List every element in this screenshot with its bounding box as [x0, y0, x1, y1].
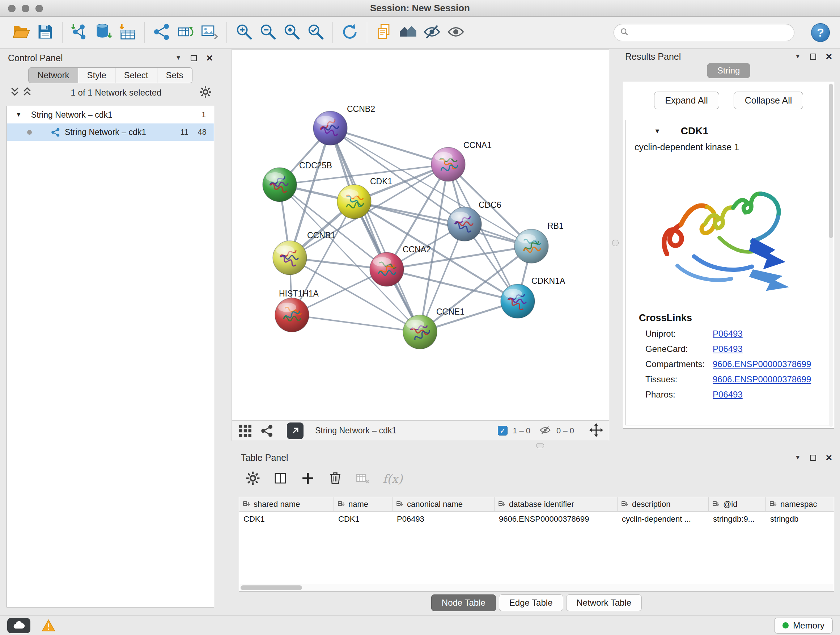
crosslink-link[interactable]: P06493	[713, 390, 743, 400]
tab-network[interactable]: Network	[28, 67, 78, 83]
search-box[interactable]	[614, 24, 794, 41]
delete-column-icon[interactable]	[328, 470, 343, 487]
crosslink-link[interactable]: 9606.ENSP00000378699	[713, 359, 811, 369]
selected-checkbox[interactable]: ✓	[498, 426, 508, 435]
zoom-in-icon	[234, 22, 253, 42]
eye-icon	[447, 22, 465, 42]
collapse-all-icon[interactable]	[9, 86, 21, 100]
panel-close-icon[interactable]: ×	[826, 53, 832, 60]
network-collection-row[interactable]: ▼ String Network – cdk1 1	[7, 106, 214, 124]
detach-view-button[interactable]	[287, 423, 303, 439]
node-label-CDK1: CDK1	[370, 177, 392, 186]
expand-all-button[interactable]: Expand All	[654, 92, 719, 109]
search-icon	[620, 27, 629, 38]
open-session-button[interactable]	[9, 19, 33, 46]
crosslink-link[interactable]: P06493	[713, 329, 743, 339]
tab-sets[interactable]: Sets	[157, 67, 193, 83]
network-node-CCNA1[interactable]: CCNA1	[431, 141, 492, 181]
network-node-CDKN1A[interactable]: CDKN1A	[501, 276, 565, 318]
network-node-CDC25B[interactable]: CDC25B	[263, 161, 332, 202]
zoom-in-button[interactable]	[232, 19, 256, 46]
network-view[interactable]: CCNB2CCNA1CDC25BCDK1CDC6RB1CCNB1CCNA2CDK…	[232, 49, 609, 441]
table-gear-icon[interactable]	[245, 470, 261, 487]
tab-select[interactable]: Select	[115, 67, 157, 83]
network-node-CDC6[interactable]: CDC6	[447, 200, 501, 241]
panel-menu-icon[interactable]: ▼	[175, 54, 182, 62]
zoom-out-icon	[258, 22, 277, 42]
collection-label: String Network – cdk1	[31, 110, 112, 120]
tab-style[interactable]: Style	[78, 67, 115, 83]
memory-button[interactable]: Memory	[774, 618, 833, 633]
horizontal-splitter-handle[interactable]	[536, 443, 544, 448]
minimize-window-button[interactable]	[22, 5, 29, 12]
panel-close-icon[interactable]: ×	[826, 454, 832, 461]
help-button[interactable]: ?	[811, 23, 830, 42]
clone-network-button[interactable]	[150, 19, 174, 46]
application-window: Session: New Session ? Control	[0, 0, 840, 635]
column-header-description[interactable]: description	[617, 497, 709, 511]
results-scrollbar[interactable]	[829, 84, 833, 427]
hide-panel-button[interactable]	[420, 19, 444, 46]
show-panel-button[interactable]	[444, 19, 468, 46]
protein-description: cyclin-dependent kinase 1	[635, 142, 831, 152]
save-session-button[interactable]	[33, 19, 57, 46]
import-network-database-button[interactable]	[92, 19, 115, 46]
crosslink-link[interactable]: 9606.ENSP00000378699	[713, 374, 811, 385]
edge-count: 48	[198, 127, 207, 137]
panel-close-icon[interactable]: ×	[206, 54, 213, 62]
grid-mode-icon[interactable]	[237, 423, 254, 439]
network-node-RB1[interactable]: RB1	[515, 221, 564, 263]
cloud-button[interactable]	[7, 618, 30, 633]
gear-icon[interactable]	[199, 86, 212, 100]
expand-all-icon[interactable]	[21, 86, 33, 100]
column-header--id[interactable]: @id	[709, 497, 766, 511]
table-row[interactable]: CDK1CDK1P064939606.ENSP00000378699cyclin…	[239, 511, 834, 527]
section-collapse-icon[interactable]: ▼	[654, 127, 660, 135]
network-node-HIST1H1A[interactable]: HIST1H1A	[275, 289, 319, 332]
collection-expand-icon[interactable]: ▼	[16, 111, 22, 119]
column-header-namespac[interactable]: namespac	[766, 497, 834, 511]
column-header-name[interactable]: name	[334, 497, 393, 511]
zoom-selected-button[interactable]	[303, 19, 327, 46]
panel-float-icon[interactable]	[810, 455, 816, 461]
import-network-file-button[interactable]	[68, 19, 92, 46]
add-column-icon[interactable]	[300, 470, 316, 487]
tab-node-table[interactable]: Node Table	[431, 594, 496, 611]
table-horizontal-scrollbar[interactable]	[239, 584, 834, 591]
column-header-canonical-name[interactable]: canonical name	[393, 497, 494, 511]
column-header-shared-name[interactable]: shared name	[239, 497, 334, 511]
network-from-table-button[interactable]	[174, 19, 197, 46]
column-header-database-identifier[interactable]: database identifier	[494, 497, 617, 511]
birdseye-view-button[interactable]	[396, 19, 420, 46]
panel-menu-icon[interactable]: ▼	[795, 454, 801, 461]
panel-menu-icon[interactable]: ▼	[795, 53, 801, 60]
show-columns-icon[interactable]	[273, 470, 288, 487]
maximize-window-button[interactable]	[35, 5, 43, 12]
export-image-button[interactable]	[197, 19, 221, 46]
close-window-button[interactable]	[8, 5, 16, 12]
collapse-all-button[interactable]: Collapse All	[734, 92, 804, 109]
network-canvas[interactable]: CCNB2CCNA1CDC25BCDK1CDC6RB1CCNB1CCNA2CDK…	[232, 50, 609, 420]
move-crosshair-icon[interactable]	[589, 423, 604, 439]
vertical-splitter-handle[interactable]	[612, 240, 619, 246]
network-row-selected[interactable]: String Network – cdk1 11 48	[7, 124, 214, 141]
copy-annotation-button[interactable]	[372, 19, 396, 46]
network-node-CDK1[interactable]: CDK1	[337, 177, 392, 219]
cloud-icon	[11, 619, 26, 632]
status-bar: Memory	[0, 616, 840, 635]
zoom-out-button[interactable]	[256, 19, 279, 46]
panel-float-icon[interactable]	[191, 55, 197, 61]
search-input[interactable]	[633, 27, 788, 38]
tab-network-table[interactable]: Network Table	[566, 594, 642, 611]
zoom-fit-button[interactable]	[279, 19, 303, 46]
warning-button[interactable]	[38, 618, 58, 633]
refresh-icon	[340, 22, 359, 42]
crosslink-link[interactable]: P06493	[713, 344, 743, 354]
apply-layout-button[interactable]	[338, 19, 362, 46]
panel-float-icon[interactable]	[810, 54, 816, 60]
network-mode-icon[interactable]	[259, 423, 275, 439]
zoom-fit-icon	[282, 22, 301, 42]
tab-edge-table[interactable]: Edge Table	[499, 594, 563, 611]
import-table-button[interactable]	[115, 19, 139, 46]
tab-string[interactable]: String	[707, 63, 750, 78]
